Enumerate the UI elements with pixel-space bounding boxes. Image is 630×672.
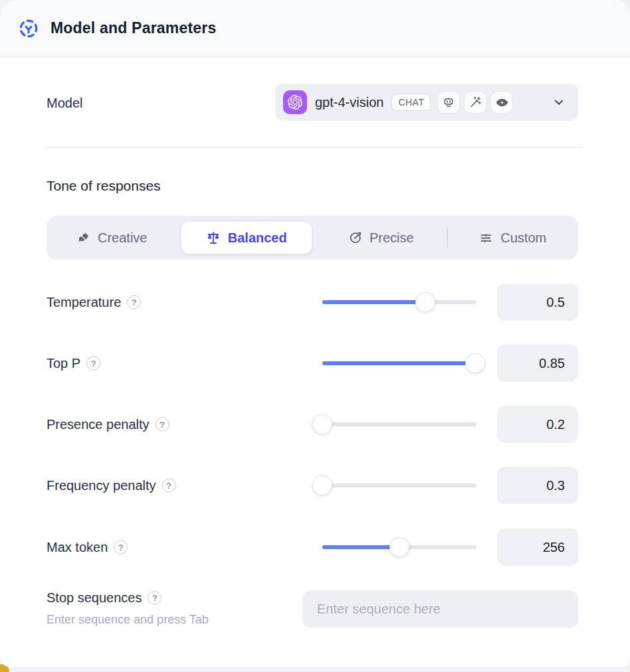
presence-penalty-slider[interactable] (322, 414, 476, 434)
slider-thumb[interactable] (312, 414, 332, 434)
top-p-slider[interactable] (322, 353, 476, 373)
paintbrush-icon (76, 231, 90, 245)
temperature-slider[interactable] (322, 292, 476, 312)
tone-option-label: Balanced (228, 230, 287, 246)
frequency-penalty-value[interactable]: 0.3 (497, 467, 578, 504)
help-icon[interactable]: ? (148, 591, 161, 605)
balance-scale-icon (206, 230, 221, 245)
tone-option-custom[interactable]: Custom (448, 216, 579, 260)
param-label: Top P (47, 356, 80, 371)
settings-card: Model gpt-4-vision CHAT (0, 58, 630, 667)
tone-option-precise[interactable]: Precise (316, 216, 447, 260)
tone-option-label: Custom (500, 230, 546, 246)
presence-penalty-value[interactable]: 0.2 (497, 406, 578, 443)
max-token-slider[interactable] (322, 537, 476, 557)
tone-option-label: Precise (369, 230, 414, 246)
stop-sequences-helper-text: Enter sequence and press Tab (47, 613, 209, 627)
selected-model-name: gpt-4-vision (315, 95, 383, 110)
param-row-frequency-penalty: Frequency penalty ? 0.3 (0, 467, 630, 504)
openai-logo-icon (283, 90, 307, 114)
stop-sequences-label: Stop sequences (47, 590, 142, 606)
tone-option-label: Creative (98, 230, 147, 246)
param-label: Max token (47, 540, 108, 555)
section-divider (47, 147, 583, 148)
param-label: Frequency penalty (47, 478, 156, 493)
page-title: Model and Parameters (51, 19, 216, 37)
param-row-top-p: Top P ? 0.85 (0, 345, 630, 382)
help-icon[interactable]: ? (156, 418, 169, 432)
stop-sequences-label-group: Stop sequences ? Enter sequence and pres… (47, 590, 209, 627)
help-icon[interactable]: ? (86, 357, 100, 371)
frequency-penalty-slider[interactable] (322, 475, 476, 495)
vision-eye-icon (490, 91, 513, 114)
magic-wand-icon (464, 91, 486, 114)
param-row-presence-penalty: Presence penalty ? 0.2 (0, 406, 630, 443)
param-row-temperature: Temperature ? 0.5 (0, 284, 630, 321)
slider-thumb[interactable] (389, 537, 409, 557)
slider-thumb[interactable] (465, 353, 485, 373)
stop-sequence-input[interactable] (302, 590, 578, 628)
tone-option-balanced[interactable]: Balanced (181, 221, 313, 254)
robot-icon (437, 91, 460, 114)
slider-thumb[interactable] (312, 475, 332, 495)
sliders-icon (479, 231, 493, 245)
top-p-value[interactable]: 0.85 (497, 345, 578, 382)
param-label: Temperature (47, 295, 121, 310)
tone-section-title: Tone of responses (47, 178, 161, 194)
target-icon (348, 231, 362, 245)
tone-segmented-control: Creative Balanced Precise (47, 216, 578, 260)
model-label: Model (47, 96, 82, 111)
panel-header: Model and Parameters (0, 0, 630, 57)
dashed-circle-model-icon (19, 19, 39, 39)
model-select-dropdown[interactable]: gpt-4-vision CHAT (275, 84, 578, 121)
tone-option-creative[interactable]: Creative (47, 216, 177, 260)
param-label: Presence penalty (47, 417, 150, 432)
help-icon[interactable]: ? (127, 295, 141, 309)
max-token-value[interactable]: 256 (497, 529, 578, 566)
param-row-max-token: Max token ? 256 (0, 529, 630, 566)
temperature-value[interactable]: 0.5 (497, 284, 578, 321)
model-type-badge: CHAT (391, 94, 431, 111)
chevron-down-icon (552, 95, 566, 110)
help-icon[interactable]: ? (114, 541, 128, 554)
help-icon[interactable]: ? (162, 479, 176, 493)
slider-thumb[interactable] (415, 292, 435, 312)
capability-chips (437, 91, 513, 114)
